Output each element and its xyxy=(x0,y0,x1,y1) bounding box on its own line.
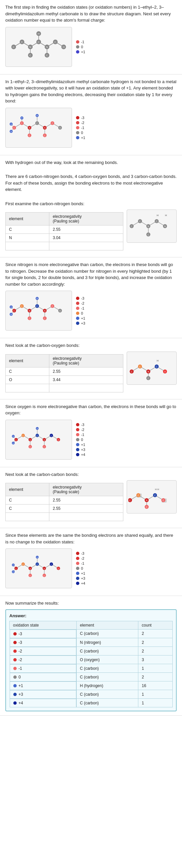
svg-text:C: C xyxy=(29,317,30,319)
legend-item-neg3: -3 xyxy=(76,116,85,120)
cc-molecule-small-svg: C C N C C C H H xyxy=(128,482,175,512)
svg-text:H: H xyxy=(10,306,12,308)
answer-row-8: +4C (carbon)1 xyxy=(10,699,173,707)
svg-text:C: C xyxy=(36,122,38,124)
n-electroneg-text: Since nitrogen is more electronegative t… xyxy=(5,261,177,287)
answer-dot-3 xyxy=(13,658,17,661)
legend-neg2-b-label: -2 xyxy=(81,301,84,305)
cc-legend-neg2-label: -2 xyxy=(81,556,84,560)
answer-row-0: -3C (carbon)2 xyxy=(10,629,173,638)
co-col-element: element xyxy=(6,354,49,367)
svg-text:H: H xyxy=(10,123,12,125)
svg-text:C: C xyxy=(52,305,53,307)
svg-text:N: N xyxy=(44,310,46,312)
svg-text:C: C xyxy=(13,45,15,49)
svg-text:C: C xyxy=(131,370,132,373)
cc-molecule-diagram: C C N C C C H H xyxy=(127,480,177,514)
answer-count-4: 1 xyxy=(138,664,173,673)
co-row-c: C 2.55 xyxy=(6,367,123,375)
answer-oxidation-8: +4 xyxy=(10,699,76,707)
co-text: Next look at the carbon-oxygen bonds: xyxy=(5,342,177,349)
answer-element-8: C (carbon) xyxy=(76,699,138,707)
answer-dot-7 xyxy=(13,693,17,696)
svg-text:C: C xyxy=(29,54,31,57)
svg-text:H: H xyxy=(38,32,40,35)
svg-text:O: O xyxy=(59,126,61,129)
answer-dot-4 xyxy=(13,667,17,670)
cc-element-c2: C xyxy=(6,504,49,513)
answer-col-element: element xyxy=(76,621,138,629)
answer-box: Answer: oxidation state element count -3… xyxy=(5,609,177,712)
hydrogen-section: In 1–ethyl–2, 3–dimethylimidazolium meth… xyxy=(0,74,182,155)
dot-neg3 xyxy=(76,116,79,119)
intro-molecule-svg: C C N C N C O C H C xyxy=(7,29,70,65)
answer-oxidation-4: -1 xyxy=(10,664,76,673)
cc-legend-pos1: +1 xyxy=(76,571,85,575)
answer-oxidation-6: +1 xyxy=(10,681,76,690)
answer-count-5: 2 xyxy=(138,673,173,681)
answer-element-0: C (carbon) xyxy=(76,629,138,638)
svg-text:C: C xyxy=(37,563,38,565)
svg-text:C: C xyxy=(139,220,141,222)
o-electroneg-molecule-diagram: C C N C N C O C H C H xyxy=(5,420,72,460)
legend-pos3-b: +3 xyxy=(76,321,85,325)
cn-molecule-diagram: C C N C N C H H xyxy=(127,210,177,243)
legend-neg2-b: -2 xyxy=(76,301,85,305)
legend-label-0: 0 xyxy=(81,45,83,49)
co-molecule-small-svg: C C N C O C H xyxy=(128,353,175,383)
o-legend-neg2-label: -2 xyxy=(81,428,84,432)
cn-col-element: element xyxy=(6,213,49,225)
svg-text:C: C xyxy=(54,40,56,43)
svg-text:C: C xyxy=(156,366,157,368)
legend-item-neg1: -1 xyxy=(76,40,85,44)
co-element-o: O xyxy=(6,375,49,384)
intro-molecule-diagram: C C N C N C O C H C xyxy=(5,27,72,67)
svg-text:C: C xyxy=(44,446,45,447)
co-col-en: electronegativity(Pauling scale) xyxy=(49,354,123,367)
hydrogen-molecule-row: C C N C N C O C H C H xyxy=(5,108,177,148)
answer-element-5: C (carbon) xyxy=(76,673,138,681)
svg-text:H: H xyxy=(10,313,12,316)
cn-molecule-small-svg: C C N C N C H H xyxy=(128,211,175,241)
cn-bonds-section: With hydrogen out of the way, look at th… xyxy=(0,155,182,258)
answer-count-8: 1 xyxy=(138,699,173,707)
legend-pos1-b-label: +1 xyxy=(81,316,85,320)
svg-text:N: N xyxy=(146,499,147,501)
cn-row-n: N 3.04 xyxy=(6,234,123,242)
o-legend-pos4-label: +4 xyxy=(81,453,85,457)
cc-equal-text: Since these elements are the same the bo… xyxy=(5,532,177,545)
o-electroneg-text: Since oxygen is more electronegative tha… xyxy=(5,403,177,416)
legend-0-b-label: 0 xyxy=(81,311,83,315)
n-electroneg-legend: -3 -2 -1 0 +1 +3 xyxy=(76,296,85,325)
legend-pos1-b: +1 xyxy=(76,316,85,320)
legend-item-neg1b: -1 xyxy=(76,126,85,130)
legend-label-neg3: -3 xyxy=(81,116,84,120)
cc-legend-neg1: -1 xyxy=(76,561,85,565)
o-legend-neg3: -3 xyxy=(76,423,85,427)
answer-element-4: C (carbon) xyxy=(76,664,138,673)
cc-en-c1: 2.55 xyxy=(49,496,123,504)
n-electroneg-section: Since nitrogen is more electronegative t… xyxy=(0,257,182,338)
answer-count-2: 2 xyxy=(138,647,173,655)
answer-col-count: count xyxy=(138,621,173,629)
answer-oxidation-7: +3 xyxy=(10,690,76,699)
svg-text:H: H xyxy=(36,115,38,117)
intro-molecule-row: C C N C N C O C H C xyxy=(5,27,177,67)
cc-legend-neg3-label: -3 xyxy=(81,551,84,555)
o-legend-pos3: +3 xyxy=(76,447,85,452)
o-legend-neg2: -2 xyxy=(76,428,85,432)
answer-row-3: -2O (oxygen)3 xyxy=(10,655,173,664)
co-table-molecule: element electronegativity(Pauling scale)… xyxy=(5,351,177,395)
co-en-c: 2.55 xyxy=(49,367,123,375)
cn-empty2 xyxy=(49,242,123,250)
co-row-empty xyxy=(6,384,123,392)
cc-legend-pos1-label: +1 xyxy=(81,571,85,575)
cn-table-molecule: element electronegativity(Pauling scale)… xyxy=(5,210,177,253)
svg-text:C: C xyxy=(36,305,38,307)
svg-text:C: C xyxy=(29,134,30,136)
answer-row-5: 0C (carbon)2 xyxy=(10,673,173,681)
cc-legend-pos3: +3 xyxy=(76,576,85,580)
cn-element-c: C xyxy=(6,225,49,234)
svg-text:O: O xyxy=(63,45,65,49)
answer-dot-6 xyxy=(13,684,17,687)
